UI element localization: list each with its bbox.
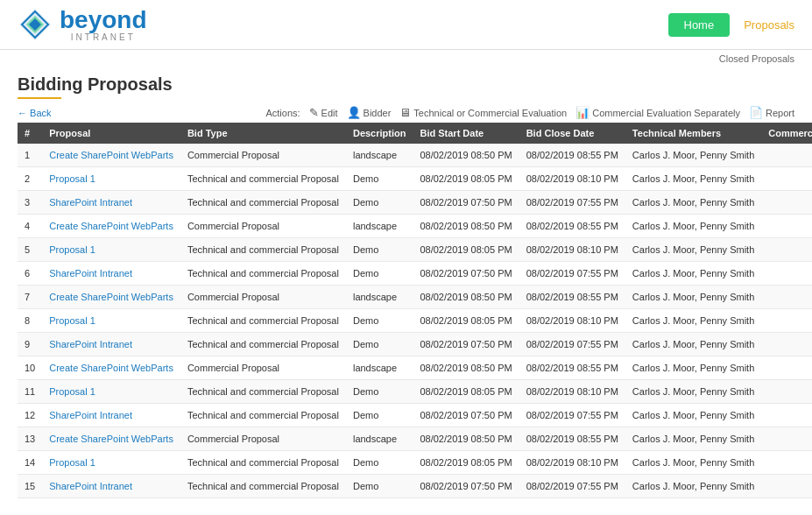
edit-icon: ✎ bbox=[309, 106, 319, 119]
cell-proposal[interactable]: SharePoint Intranet bbox=[42, 404, 180, 427]
cell-bidstart: 08/02/2019 07:50 PM bbox=[413, 475, 519, 498]
proposals-nav-link[interactable]: Proposals bbox=[744, 18, 794, 32]
logo-area: beyond INTRANET bbox=[18, 7, 147, 42]
cell-proposal[interactable]: Proposal 1 bbox=[42, 167, 180, 191]
cell-num: 12 bbox=[18, 404, 42, 427]
table-row: 1Create SharePoint WebPartsCommercial Pr… bbox=[18, 144, 812, 167]
back-link[interactable]: ← Back bbox=[18, 108, 52, 118]
cell-bidtype: Technical and commercial Proposal bbox=[180, 191, 346, 215]
cell-technical: Carlos J. Moor, Penny Smith bbox=[625, 451, 761, 475]
action-technical-commercial[interactable]: 🖥 Technical or Commercial Evaluation bbox=[399, 106, 567, 119]
action-bidder[interactable]: 👤 Bidder bbox=[347, 106, 392, 119]
table-row: 11Proposal 1Technical and commercial Pro… bbox=[18, 380, 812, 404]
cell-bidclose: 08/02/2019 08:10 PM bbox=[519, 238, 625, 262]
cell-commercial bbox=[761, 309, 812, 333]
commercial-separately-icon: 📊 bbox=[575, 106, 590, 119]
logo-intranet-label: INTRANET bbox=[60, 32, 147, 42]
actions-right: Actions: ✎ Edit 👤 Bidder 🖥 Technical or … bbox=[265, 106, 794, 119]
cell-bidtype: Commercial Proposal bbox=[180, 356, 346, 380]
cell-proposal[interactable]: Proposal 1 bbox=[42, 238, 180, 262]
cell-commercial bbox=[761, 262, 812, 286]
sub-header: Closed Proposals bbox=[0, 50, 812, 67]
logo-diamond-icon bbox=[18, 7, 53, 42]
table-row: 3SharePoint IntranetTechnical and commer… bbox=[18, 191, 812, 215]
cell-bidtype: Commercial Proposal bbox=[180, 215, 346, 238]
cell-proposal[interactable]: SharePoint Intranet bbox=[42, 475, 180, 498]
page-title: Bidding Proposals bbox=[18, 74, 794, 95]
cell-bidclose: 08/02/2019 08:55 PM bbox=[519, 427, 625, 451]
cell-num: 8 bbox=[18, 309, 42, 333]
table-row: 13Create SharePoint WebPartsCommercial P… bbox=[18, 427, 812, 451]
col-header-description: Description bbox=[346, 123, 413, 144]
cell-commercial bbox=[761, 380, 812, 404]
col-header-bidstart: Bid Start Date bbox=[413, 123, 519, 144]
actions-bar: ← Back Actions: ✎ Edit 👤 Bidder 🖥 Techni… bbox=[0, 102, 812, 123]
cell-proposal[interactable]: Create SharePoint WebParts bbox=[42, 215, 180, 238]
cell-proposal[interactable]: Proposal 1 bbox=[42, 380, 180, 404]
cell-commercial bbox=[761, 191, 812, 215]
cell-bidtype: Technical and commercial Proposal bbox=[180, 167, 346, 191]
table-row: 9SharePoint IntranetTechnical and commer… bbox=[18, 333, 812, 356]
col-header-commercial: Commercial Members bbox=[761, 123, 812, 144]
cell-proposal[interactable]: Create SharePoint WebParts bbox=[42, 356, 180, 380]
cell-bidclose: 08/02/2019 07:55 PM bbox=[519, 333, 625, 356]
title-underline bbox=[18, 97, 61, 99]
cell-num: 10 bbox=[18, 356, 42, 380]
table-row: 7Create SharePoint WebPartsCommercial Pr… bbox=[18, 286, 812, 309]
cell-description: Demo bbox=[346, 451, 413, 475]
cell-num: 4 bbox=[18, 215, 42, 238]
cell-technical: Carlos J. Moor, Penny Smith bbox=[625, 238, 761, 262]
cell-technical: Carlos J. Moor, Penny Smith bbox=[625, 356, 761, 380]
cell-description: Demo bbox=[346, 191, 413, 215]
col-header-num: # bbox=[18, 123, 42, 144]
cell-proposal[interactable]: Create SharePoint WebParts bbox=[42, 286, 180, 309]
cell-proposal[interactable]: Create SharePoint WebParts bbox=[42, 427, 180, 451]
cell-num: 11 bbox=[18, 380, 42, 404]
cell-bidclose: 08/02/2019 07:55 PM bbox=[519, 262, 625, 286]
cell-technical: Carlos J. Moor, Penny Smith bbox=[625, 475, 761, 498]
action-commercial-separately[interactable]: 📊 Commercial Evaluation Separately bbox=[575, 106, 740, 119]
cell-commercial bbox=[761, 333, 812, 356]
cell-commercial bbox=[761, 475, 812, 498]
cell-num: 15 bbox=[18, 475, 42, 498]
cell-proposal[interactable]: Proposal 1 bbox=[42, 309, 180, 333]
cell-bidtype: Technical and commercial Proposal bbox=[180, 262, 346, 286]
cell-bidtype: Technical and commercial Proposal bbox=[180, 309, 346, 333]
col-header-bidclose: Bid Close Date bbox=[519, 123, 625, 144]
cell-description: Demo bbox=[346, 404, 413, 427]
cell-bidtype: Technical and commercial Proposal bbox=[180, 333, 346, 356]
cell-description: Demo bbox=[346, 167, 413, 191]
page-title-area: Bidding Proposals bbox=[0, 67, 812, 102]
cell-num: 1 bbox=[18, 144, 42, 167]
logo-text: beyond INTRANET bbox=[60, 8, 147, 42]
edit-label: Edit bbox=[321, 108, 338, 118]
cell-bidstart: 08/02/2019 08:05 PM bbox=[413, 380, 519, 404]
cell-proposal[interactable]: SharePoint Intranet bbox=[42, 262, 180, 286]
cell-description: landscape bbox=[346, 144, 413, 167]
cell-bidstart: 08/02/2019 08:05 PM bbox=[413, 167, 519, 191]
cell-technical: Carlos J. Moor, Penny Smith bbox=[625, 167, 761, 191]
cell-bidstart: 08/02/2019 08:50 PM bbox=[413, 286, 519, 309]
cell-proposal[interactable]: SharePoint Intranet bbox=[42, 333, 180, 356]
action-edit[interactable]: ✎ Edit bbox=[309, 106, 338, 119]
cell-description: Demo bbox=[346, 262, 413, 286]
cell-num: 2 bbox=[18, 167, 42, 191]
home-button[interactable]: Home bbox=[668, 13, 731, 37]
cell-bidtype: Technical and commercial Proposal bbox=[180, 451, 346, 475]
table-row: 14Proposal 1Technical and commercial Pro… bbox=[18, 451, 812, 475]
cell-num: 7 bbox=[18, 286, 42, 309]
cell-proposal[interactable]: Create SharePoint WebParts bbox=[42, 144, 180, 167]
action-report[interactable]: 📄 Report bbox=[749, 106, 794, 119]
cell-num: 9 bbox=[18, 333, 42, 356]
cell-description: Demo bbox=[346, 475, 413, 498]
cell-bidclose: 08/02/2019 08:55 PM bbox=[519, 286, 625, 309]
cell-commercial bbox=[761, 356, 812, 380]
col-header-technical: Technical Members bbox=[625, 123, 761, 144]
cell-proposal[interactable]: SharePoint Intranet bbox=[42, 191, 180, 215]
cell-technical: Carlos J. Moor, Penny Smith bbox=[625, 286, 761, 309]
commercial-separately-label: Commercial Evaluation Separately bbox=[592, 108, 740, 118]
cell-commercial bbox=[761, 238, 812, 262]
table-row: 2Proposal 1Technical and commercial Prop… bbox=[18, 167, 812, 191]
cell-technical: Carlos J. Moor, Penny Smith bbox=[625, 427, 761, 451]
cell-proposal[interactable]: Proposal 1 bbox=[42, 451, 180, 475]
